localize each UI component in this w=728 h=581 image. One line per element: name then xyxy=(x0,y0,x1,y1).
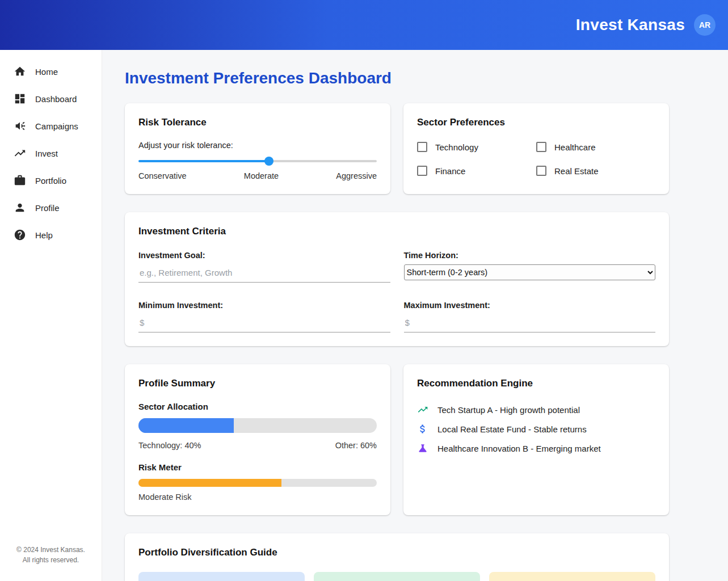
recommendation-list: Tech Startup A - High growth potential L… xyxy=(417,404,655,454)
real-estate-checkbox[interactable] xyxy=(536,166,546,176)
sidebar-item-portfolio[interactable]: Portfolio xyxy=(0,167,102,194)
maximum-investment-input[interactable] xyxy=(404,314,656,332)
dollar-icon xyxy=(417,423,428,435)
healthcare-checkbox[interactable] xyxy=(536,142,546,152)
recommendation-engine-title: Recommendation Engine xyxy=(417,378,655,389)
guide-grid xyxy=(138,572,655,581)
maximum-investment-field: Maximum Investment: xyxy=(404,301,656,332)
checkbox-label: Real Estate xyxy=(554,166,599,176)
sidebar-item-help[interactable]: Help xyxy=(0,221,102,249)
person-icon xyxy=(14,201,26,214)
risk-meter-label: Risk Meter xyxy=(138,462,377,472)
risk-tolerance-card: Risk Tolerance Adjust your risk toleranc… xyxy=(125,103,390,194)
sector-allocation-fill xyxy=(138,418,234,433)
minimum-investment-label: Minimum Investment: xyxy=(138,301,390,310)
trending-up-icon xyxy=(417,404,428,415)
sidebar-item-label: Portfolio xyxy=(35,176,66,186)
investment-criteria-title: Investment Criteria xyxy=(138,226,655,237)
guide-box-2 xyxy=(314,572,480,581)
technology-checkbox[interactable] xyxy=(417,142,427,152)
app-body: Home Dashboard Campaigns Invest Portfoli… xyxy=(0,50,728,581)
sidebar-item-invest[interactable]: Invest xyxy=(0,140,102,167)
investment-criteria-card: Investment Criteria Investment Goal: Tim… xyxy=(125,212,669,346)
checkbox-row-technology[interactable]: Technology xyxy=(417,142,536,152)
home-icon xyxy=(14,65,26,78)
sidebar-item-label: Campaigns xyxy=(35,121,78,131)
science-icon xyxy=(417,443,428,454)
criteria-grid: Investment Goal: Time Horizon: Short-ter… xyxy=(138,251,655,332)
recommendation-text: Local Real Estate Fund - Stable returns xyxy=(437,424,587,434)
slider-label-aggressive: Aggressive xyxy=(336,171,377,180)
sidebar-item-dashboard[interactable]: Dashboard xyxy=(0,85,102,112)
finance-checkbox[interactable] xyxy=(417,166,427,176)
profile-summary-card: Profile Summary Sector Allocation Techno… xyxy=(125,364,390,515)
investment-goal-input[interactable] xyxy=(138,264,390,283)
help-icon xyxy=(14,229,26,241)
sidebar-item-label: Invest xyxy=(35,149,58,158)
sector-allocation-bar xyxy=(138,418,377,433)
maximum-investment-label: Maximum Investment: xyxy=(404,301,656,310)
minimum-investment-field: Minimum Investment: xyxy=(138,301,390,332)
summary-card-row: Profile Summary Sector Allocation Techno… xyxy=(125,364,669,515)
page-title: Investment Preferences Dashboard xyxy=(125,69,728,87)
time-horizon-label: Time Horizon: xyxy=(404,251,656,260)
minimum-investment-input[interactable] xyxy=(138,314,390,332)
guide-box-3 xyxy=(489,572,655,581)
checkbox-row-healthcare[interactable]: Healthcare xyxy=(536,142,655,152)
slider-label-conservative: Conservative xyxy=(138,171,187,180)
recommendation-text: Healthcare Innovation B - Emerging marke… xyxy=(437,444,601,453)
risk-slider[interactable] xyxy=(138,160,377,162)
sidebar-item-label: Help xyxy=(35,230,53,240)
investment-goal-label: Investment Goal: xyxy=(138,251,390,260)
recommendation-engine-card: Recommendation Engine Tech Startup A - H… xyxy=(403,364,669,515)
sector-checkbox-grid: Technology Healthcare Finance Real xyxy=(417,142,655,176)
sidebar-item-campaigns[interactable]: Campaigns xyxy=(0,112,102,140)
dashboard-content: Risk Tolerance Adjust your risk toleranc… xyxy=(125,103,669,581)
recommendation-item: Local Real Estate Fund - Stable returns xyxy=(417,423,655,435)
main-content: Investment Preferences Dashboard Risk To… xyxy=(102,50,728,581)
campaign-icon xyxy=(14,120,26,132)
sidebar-item-profile[interactable]: Profile xyxy=(0,194,102,221)
sector-allocation-label: Sector Allocation xyxy=(138,402,377,411)
sector-preferences-title: Sector Preferences xyxy=(417,117,655,128)
sidebar-item-label: Profile xyxy=(35,203,60,213)
slider-label-moderate: Moderate xyxy=(244,171,279,180)
investment-goal-field: Investment Goal: xyxy=(138,251,390,283)
sidebar: Home Dashboard Campaigns Invest Portfoli… xyxy=(0,50,102,581)
diversification-guide-title: Portfolio Diversification Guide xyxy=(138,547,655,558)
top-card-row: Risk Tolerance Adjust your risk toleranc… xyxy=(125,103,669,194)
dashboard-icon xyxy=(14,92,26,105)
checkbox-label: Technology xyxy=(435,142,478,152)
sidebar-item-label: Dashboard xyxy=(35,94,77,104)
portfolio-icon xyxy=(14,174,26,187)
risk-meter-bar xyxy=(138,479,377,487)
risk-tolerance-title: Risk Tolerance xyxy=(138,117,377,128)
risk-meter-fill xyxy=(138,479,281,487)
checkbox-label: Healthcare xyxy=(554,142,596,152)
slider-labels: Conservative Moderate Aggressive xyxy=(138,171,377,180)
profile-summary-title: Profile Summary xyxy=(138,378,377,389)
sidebar-item-label: Home xyxy=(35,67,58,77)
checkbox-row-finance[interactable]: Finance xyxy=(417,166,536,176)
other-percent-label: Other: 60% xyxy=(335,441,377,450)
technology-percent-label: Technology: 40% xyxy=(138,441,201,450)
guide-box-1 xyxy=(138,572,305,581)
app-title: Invest Kansas xyxy=(576,16,685,34)
allocation-labels: Technology: 40% Other: 60% xyxy=(138,441,377,450)
checkbox-row-real-estate[interactable]: Real Estate xyxy=(536,166,655,176)
recommendation-item: Healthcare Innovation B - Emerging marke… xyxy=(417,443,655,454)
recommendation-text: Tech Startup A - High growth potential xyxy=(437,405,580,415)
diversification-guide-card: Portfolio Diversification Guide xyxy=(125,533,669,581)
sector-preferences-card: Sector Preferences Technology Healthcare xyxy=(403,103,669,194)
sidebar-item-home[interactable]: Home xyxy=(0,58,102,85)
sidebar-footer: © 2024 Invest Kansas. All rights reserve… xyxy=(0,545,102,565)
app-header: Invest Kansas AR xyxy=(0,0,728,50)
recommendation-item: Tech Startup A - High growth potential xyxy=(417,404,655,415)
risk-level-text: Moderate Risk xyxy=(138,492,377,502)
time-horizon-field: Time Horizon: Short-term (0-2 years) xyxy=(404,251,656,283)
checkbox-label: Finance xyxy=(435,166,465,176)
avatar[interactable]: AR xyxy=(694,14,716,36)
risk-slider-label: Adjust your risk tolerance: xyxy=(138,141,377,150)
trending-up-icon xyxy=(14,147,26,159)
time-horizon-select[interactable]: Short-term (0-2 years) xyxy=(404,264,656,280)
